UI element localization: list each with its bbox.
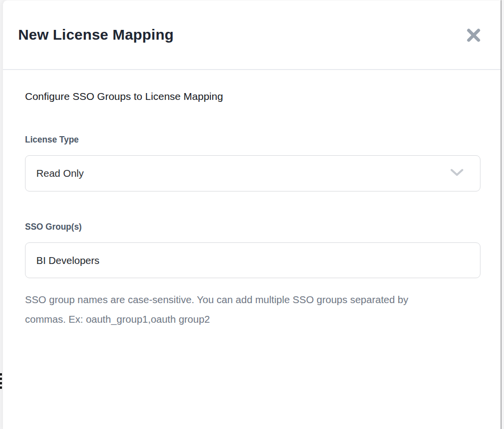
list-dash	[0, 382, 2, 384]
sso-groups-input[interactable]	[25, 242, 480, 278]
modal-title: New License Mapping	[18, 26, 174, 43]
list-dash	[0, 386, 2, 389]
sso-groups-label: SSO Group(s)	[25, 222, 480, 232]
modal-body: Configure SSO Groups to License Mapping …	[3, 70, 501, 329]
background-list-icon	[0, 373, 2, 391]
modal-header: New License Mapping	[3, 0, 501, 70]
license-type-field: License Type Read Only	[25, 135, 480, 191]
license-type-selected-value: Read Only	[36, 167, 84, 179]
new-license-mapping-modal: New License Mapping Configure SSO Groups…	[2, 0, 502, 429]
close-button[interactable]	[463, 25, 484, 46]
sso-groups-field: SSO Group(s) SSO group names are case-se…	[25, 222, 480, 329]
list-dash	[0, 373, 2, 376]
sso-groups-help-text: SSO group names are case-sensitive. You …	[25, 290, 437, 329]
license-type-select[interactable]: Read Only	[25, 155, 480, 191]
license-type-label: License Type	[25, 135, 480, 145]
chevron-down-icon	[450, 168, 464, 179]
list-dash	[0, 378, 2, 380]
configure-heading: Configure SSO Groups to License Mapping	[25, 91, 480, 102]
x-close-icon	[466, 37, 481, 44]
